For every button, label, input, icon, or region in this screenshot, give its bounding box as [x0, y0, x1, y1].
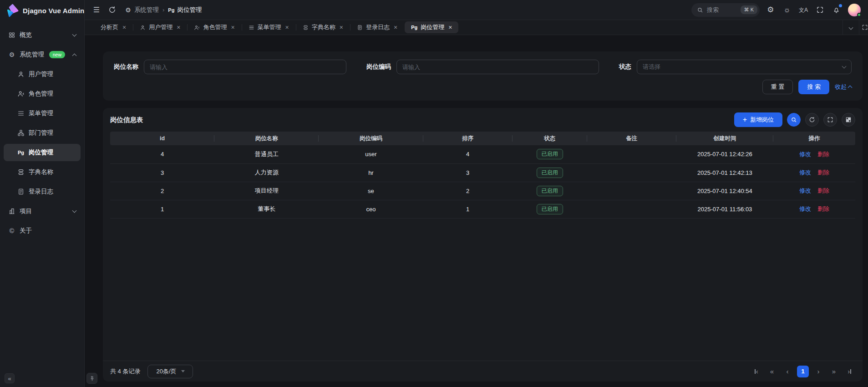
position-name-input[interactable]: [144, 60, 346, 74]
cell-id: 2: [110, 182, 214, 200]
chevron-up-icon: [848, 86, 853, 90]
cell-remark: [587, 163, 676, 182]
sidebar-item-users[interactable]: 用户管理: [4, 66, 81, 83]
sidebar-item-system[interactable]: ⚙ 系统管理 new: [4, 46, 81, 63]
sidebar-item-menus[interactable]: 菜单管理: [4, 105, 81, 122]
breadcrumb-section-label: 系统管理: [134, 6, 159, 14]
cell-id: 1: [110, 200, 214, 218]
fast-prev-button[interactable]: «: [766, 366, 778, 377]
table-fullscreen-button[interactable]: [823, 113, 837, 127]
refresh-icon[interactable]: [107, 5, 117, 15]
role-icon: [17, 90, 25, 97]
caret-down-icon: [181, 370, 185, 372]
column-header-remark[interactable]: 备注: [587, 132, 676, 145]
column-header-sort[interactable]: 排序: [423, 132, 513, 145]
language-icon[interactable]: 文A: [799, 5, 808, 15]
tab-label: 登录日志: [366, 23, 390, 31]
cell-id: 3: [110, 163, 214, 182]
close-icon[interactable]: ×: [340, 24, 343, 31]
settings-gear-icon[interactable]: ⚙: [766, 5, 775, 15]
column-header-actions[interactable]: 操作: [773, 132, 855, 145]
sidebar-item-project[interactable]: 项目: [4, 203, 81, 220]
close-icon[interactable]: ×: [177, 24, 180, 31]
fast-next-button[interactable]: »: [828, 366, 840, 377]
sidebar-collapse-button[interactable]: «: [5, 373, 15, 383]
new-badge: new: [49, 51, 65, 59]
notifications-bell-icon[interactable]: [832, 5, 841, 15]
cell-actions: 修改删除: [773, 182, 855, 200]
column-header-status[interactable]: 状态: [513, 132, 587, 145]
table-refresh-button[interactable]: [805, 113, 819, 127]
close-icon[interactable]: ×: [231, 24, 234, 31]
app-logo[interactable]: Djagno Vue Admin: [0, 0, 84, 21]
table-search-toggle-button[interactable]: [787, 113, 801, 127]
column-header-name[interactable]: 岗位名称: [214, 132, 319, 145]
org-icon: [17, 129, 25, 137]
position-code-input[interactable]: [396, 60, 599, 74]
cell-name: 董事长: [214, 200, 319, 218]
first-page-button[interactable]: ‹: [751, 366, 762, 377]
edit-link[interactable]: 修改: [799, 151, 811, 158]
sidebar-item-login-logs[interactable]: 登录日志: [4, 183, 81, 200]
breadcrumb-page: Pg 岗位管理: [168, 6, 202, 14]
sidebar-item-roles[interactable]: 角色管理: [4, 85, 81, 102]
close-icon[interactable]: ×: [122, 24, 126, 31]
delete-link[interactable]: 删除: [817, 205, 829, 212]
column-header-code[interactable]: 岗位编码: [319, 132, 423, 145]
sidebar-item-about[interactable]: © 关于: [4, 222, 81, 239]
cell-name: 项目经理: [214, 182, 319, 200]
table-row: 2 项目经理 se 2 已启用 2025-07-01 12:40:54 修改删除: [110, 182, 855, 200]
tab-dict[interactable]: 字典名称 ×: [296, 21, 350, 33]
current-page-button[interactable]: 1: [797, 366, 809, 377]
tab-login-logs[interactable]: 登录日志 ×: [350, 21, 404, 33]
table-empty-space: [110, 219, 855, 361]
collapse-label: 收起: [835, 83, 847, 91]
status-select[interactable]: 请选择: [637, 60, 852, 74]
user-avatar[interactable]: [848, 4, 861, 16]
sidebar: Djagno Vue Admin 概览 ⚙ 系统管理 new 用户管理 角色管理: [0, 0, 85, 387]
search-button[interactable]: 搜 索: [798, 80, 829, 94]
theme-sun-icon[interactable]: ☼: [782, 5, 792, 15]
delete-link[interactable]: 删除: [817, 169, 829, 176]
hamburger-menu-icon[interactable]: ☰: [92, 5, 101, 15]
edit-link[interactable]: 修改: [799, 169, 811, 176]
table-columns-button[interactable]: [842, 113, 855, 127]
tabbar-dropdown-button[interactable]: [843, 20, 859, 35]
close-icon[interactable]: ×: [448, 24, 452, 31]
reset-button[interactable]: 重 置: [762, 80, 793, 94]
tab-users[interactable]: 用户管理 ×: [133, 21, 187, 33]
tab-roles[interactable]: 角色管理 ×: [188, 21, 241, 33]
edit-link[interactable]: 修改: [799, 205, 811, 212]
page-size-select[interactable]: 20条/页: [147, 365, 193, 378]
close-icon[interactable]: ×: [285, 24, 289, 31]
pg-icon: Pg: [168, 7, 174, 13]
tab-menus[interactable]: 菜单管理 ×: [242, 21, 295, 33]
edit-link[interactable]: 修改: [799, 187, 811, 194]
collapse-filter-link[interactable]: 收起: [835, 83, 852, 91]
close-icon[interactable]: ×: [394, 24, 397, 31]
delete-link[interactable]: 删除: [817, 187, 829, 194]
last-page-button[interactable]: ›: [843, 366, 855, 377]
cell-created: 2025-07-01 12:42:13: [676, 163, 773, 182]
tab-analysis[interactable]: 分析页 ×: [94, 21, 132, 33]
next-page-button[interactable]: ›: [812, 366, 824, 377]
tab-positions[interactable]: Pg 岗位管理 ×: [405, 21, 458, 33]
total-records-text: 共 4 条记录: [110, 367, 140, 376]
prev-page-button[interactable]: ‹: [782, 366, 793, 377]
copyright-icon: ©: [8, 227, 15, 234]
fullscreen-icon[interactable]: [815, 5, 824, 15]
sidebar-item-overview[interactable]: 概览: [4, 26, 81, 44]
column-header-created[interactable]: 创建时间: [676, 132, 773, 145]
status-badge: 已启用: [537, 204, 563, 214]
delete-link[interactable]: 删除: [817, 151, 829, 158]
breadcrumb-section[interactable]: ⚙ 系统管理: [125, 5, 159, 15]
column-header-id[interactable]: id: [110, 132, 214, 145]
log-icon: [17, 188, 25, 195]
add-position-button[interactable]: + 新增岗位: [734, 112, 782, 127]
sidebar-pin-button[interactable]: [86, 373, 97, 384]
tabbar-extra-button[interactable]: [859, 20, 868, 35]
sidebar-item-dict[interactable]: 字典名称: [4, 163, 81, 181]
global-search[interactable]: 搜索 ⌘ K: [691, 3, 760, 17]
sidebar-item-departments[interactable]: 部门管理: [4, 124, 81, 142]
sidebar-item-positions[interactable]: Pg 岗位管理: [4, 144, 81, 161]
